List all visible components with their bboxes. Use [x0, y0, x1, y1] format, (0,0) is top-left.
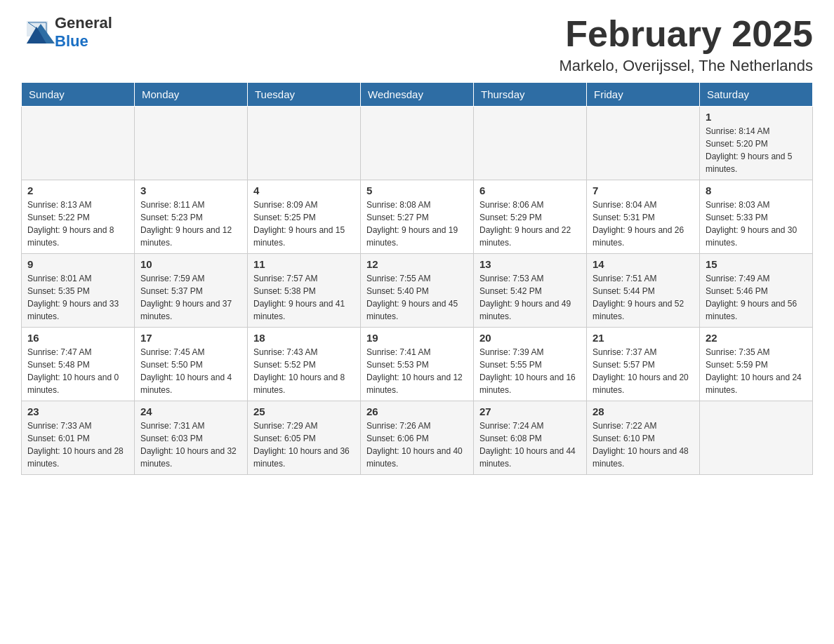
calendar-week-row: 9Sunrise: 8:01 AMSunset: 5:35 PMDaylight… [22, 254, 813, 328]
calendar-cell [361, 107, 474, 180]
day-number: 11 [253, 258, 355, 270]
calendar-cell: 22Sunrise: 7:35 AMSunset: 5:59 PMDayligh… [700, 328, 813, 401]
day-info: Sunrise: 7:59 AMSunset: 5:37 PMDaylight:… [140, 272, 241, 323]
day-number: 3 [140, 185, 241, 196]
day-of-week-header: Monday [135, 83, 248, 107]
calendar-table: SundayMondayTuesdayWednesdayThursdayFrid… [21, 82, 813, 475]
day-number: 8 [706, 185, 807, 196]
calendar-cell: 14Sunrise: 7:51 AMSunset: 5:44 PMDayligh… [587, 254, 700, 328]
day-of-week-header: Wednesday [361, 83, 474, 107]
day-info: Sunrise: 7:29 AMSunset: 6:05 PMDaylight:… [253, 420, 355, 470]
day-of-week-header: Sunday [22, 83, 135, 107]
calendar-week-row: 23Sunrise: 7:33 AMSunset: 6:01 PMDayligh… [22, 401, 813, 475]
calendar-cell: 3Sunrise: 8:11 AMSunset: 5:23 PMDaylight… [135, 180, 248, 254]
day-number: 16 [27, 332, 128, 344]
calendar-cell: 9Sunrise: 8:01 AMSunset: 5:35 PMDaylight… [22, 254, 135, 328]
calendar-cell [22, 107, 135, 180]
day-info: Sunrise: 7:31 AMSunset: 6:03 PMDaylight:… [140, 420, 241, 470]
day-info: Sunrise: 7:24 AMSunset: 6:08 PMDaylight:… [479, 420, 581, 470]
logo-general-text: General [55, 14, 112, 32]
day-number: 6 [479, 185, 581, 196]
day-number: 2 [27, 185, 128, 196]
day-info: Sunrise: 7:41 AMSunset: 5:53 PMDaylight:… [366, 346, 468, 396]
day-of-week-header: Tuesday [248, 83, 361, 107]
day-info: Sunrise: 7:47 AMSunset: 5:48 PMDaylight:… [27, 346, 128, 396]
day-info: Sunrise: 8:03 AMSunset: 5:33 PMDaylight:… [706, 199, 807, 249]
calendar-cell: 5Sunrise: 8:08 AMSunset: 5:27 PMDaylight… [361, 180, 474, 254]
calendar-cell: 10Sunrise: 7:59 AMSunset: 5:37 PMDayligh… [135, 254, 248, 328]
day-info: Sunrise: 7:45 AMSunset: 5:50 PMDaylight:… [140, 346, 241, 396]
day-number: 5 [366, 185, 468, 196]
day-info: Sunrise: 7:22 AMSunset: 6:10 PMDaylight:… [593, 420, 694, 470]
calendar-cell: 28Sunrise: 7:22 AMSunset: 6:10 PMDayligh… [587, 401, 700, 475]
day-number: 10 [140, 258, 241, 270]
calendar-cell: 12Sunrise: 7:55 AMSunset: 5:40 PMDayligh… [361, 254, 474, 328]
day-number: 17 [140, 332, 241, 344]
logo: General Blue [21, 14, 112, 51]
calendar-header-row: SundayMondayTuesdayWednesdayThursdayFrid… [22, 83, 813, 107]
day-number: 20 [479, 332, 581, 344]
calendar-cell: 26Sunrise: 7:26 AMSunset: 6:06 PMDayligh… [361, 401, 474, 475]
logo-icon [21, 17, 55, 48]
day-info: Sunrise: 7:49 AMSunset: 5:46 PMDaylight:… [706, 272, 807, 323]
page-header: General Blue February 2025 Markelo, Over… [21, 14, 813, 75]
calendar-cell: 21Sunrise: 7:37 AMSunset: 5:57 PMDayligh… [587, 328, 700, 401]
day-number: 12 [366, 258, 468, 270]
calendar-cell [700, 401, 813, 475]
day-info: Sunrise: 7:55 AMSunset: 5:40 PMDaylight:… [366, 272, 468, 323]
day-number: 9 [27, 258, 128, 270]
calendar-cell: 2Sunrise: 8:13 AMSunset: 5:22 PMDaylight… [22, 180, 135, 254]
day-number: 15 [706, 258, 807, 270]
calendar-week-row: 1Sunrise: 8:14 AMSunset: 5:20 PMDaylight… [22, 107, 813, 180]
calendar-cell: 1Sunrise: 8:14 AMSunset: 5:20 PMDaylight… [700, 107, 813, 180]
day-info: Sunrise: 8:04 AMSunset: 5:31 PMDaylight:… [593, 199, 694, 249]
calendar-cell: 20Sunrise: 7:39 AMSunset: 5:55 PMDayligh… [474, 328, 587, 401]
calendar-cell [587, 107, 700, 180]
day-info: Sunrise: 7:51 AMSunset: 5:44 PMDaylight:… [593, 272, 694, 323]
day-number: 24 [140, 405, 241, 417]
day-info: Sunrise: 8:06 AMSunset: 5:29 PMDaylight:… [479, 199, 581, 249]
day-info: Sunrise: 7:57 AMSunset: 5:38 PMDaylight:… [253, 272, 355, 323]
calendar-cell: 11Sunrise: 7:57 AMSunset: 5:38 PMDayligh… [248, 254, 361, 328]
day-number: 18 [253, 332, 355, 344]
day-info: Sunrise: 8:09 AMSunset: 5:25 PMDaylight:… [253, 199, 355, 249]
calendar-cell: 19Sunrise: 7:41 AMSunset: 5:53 PMDayligh… [361, 328, 474, 401]
calendar-cell: 6Sunrise: 8:06 AMSunset: 5:29 PMDaylight… [474, 180, 587, 254]
calendar-cell: 13Sunrise: 7:53 AMSunset: 5:42 PMDayligh… [474, 254, 587, 328]
calendar-cell: 8Sunrise: 8:03 AMSunset: 5:33 PMDaylight… [700, 180, 813, 254]
calendar-cell [248, 107, 361, 180]
calendar-cell: 18Sunrise: 7:43 AMSunset: 5:52 PMDayligh… [248, 328, 361, 401]
day-number: 25 [253, 405, 355, 417]
day-of-week-header: Friday [587, 83, 700, 107]
day-number: 22 [706, 332, 807, 344]
day-info: Sunrise: 7:35 AMSunset: 5:59 PMDaylight:… [706, 346, 807, 396]
day-info: Sunrise: 7:43 AMSunset: 5:52 PMDaylight:… [253, 346, 355, 396]
calendar-cell: 15Sunrise: 7:49 AMSunset: 5:46 PMDayligh… [700, 254, 813, 328]
day-info: Sunrise: 8:11 AMSunset: 5:23 PMDaylight:… [140, 199, 241, 249]
calendar-cell: 16Sunrise: 7:47 AMSunset: 5:48 PMDayligh… [22, 328, 135, 401]
title-block: February 2025 Markelo, Overijssel, The N… [559, 14, 813, 75]
day-info: Sunrise: 8:08 AMSunset: 5:27 PMDaylight:… [366, 199, 468, 249]
calendar-cell: 24Sunrise: 7:31 AMSunset: 6:03 PMDayligh… [135, 401, 248, 475]
day-number: 13 [479, 258, 581, 270]
day-info: Sunrise: 7:39 AMSunset: 5:55 PMDaylight:… [479, 346, 581, 396]
day-number: 27 [479, 405, 581, 417]
day-number: 1 [706, 111, 807, 123]
calendar-cell: 25Sunrise: 7:29 AMSunset: 6:05 PMDayligh… [248, 401, 361, 475]
day-info: Sunrise: 7:53 AMSunset: 5:42 PMDaylight:… [479, 272, 581, 323]
day-number: 23 [27, 405, 128, 417]
calendar-cell: 4Sunrise: 8:09 AMSunset: 5:25 PMDaylight… [248, 180, 361, 254]
day-info: Sunrise: 7:37 AMSunset: 5:57 PMDaylight:… [593, 346, 694, 396]
calendar-cell: 23Sunrise: 7:33 AMSunset: 6:01 PMDayligh… [22, 401, 135, 475]
day-number: 28 [593, 405, 694, 417]
location-title: Markelo, Overijssel, The Netherlands [559, 57, 813, 75]
month-title: February 2025 [559, 14, 813, 54]
day-info: Sunrise: 8:01 AMSunset: 5:35 PMDaylight:… [27, 272, 128, 323]
calendar-cell: 7Sunrise: 8:04 AMSunset: 5:31 PMDaylight… [587, 180, 700, 254]
calendar-cell: 17Sunrise: 7:45 AMSunset: 5:50 PMDayligh… [135, 328, 248, 401]
day-of-week-header: Thursday [474, 83, 587, 107]
calendar-cell [135, 107, 248, 180]
calendar-week-row: 2Sunrise: 8:13 AMSunset: 5:22 PMDaylight… [22, 180, 813, 254]
day-info: Sunrise: 8:13 AMSunset: 5:22 PMDaylight:… [27, 199, 128, 249]
calendar-week-row: 16Sunrise: 7:47 AMSunset: 5:48 PMDayligh… [22, 328, 813, 401]
